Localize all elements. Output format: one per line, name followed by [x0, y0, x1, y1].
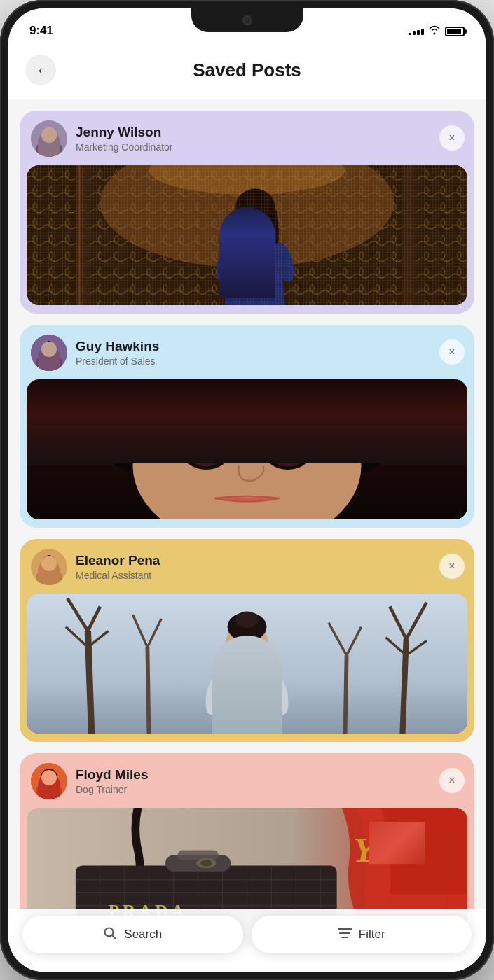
svg-point-2 [42, 127, 56, 142]
user-name-eleanor: Eleanor Pena [76, 553, 463, 569]
battery-icon [445, 27, 465, 36]
svg-rect-50 [242, 652, 252, 673]
posts-scroll-area[interactable]: Jenny Wilson Marketing Coordinator × [8, 99, 486, 969]
svg-point-6 [100, 165, 394, 268]
search-label: Search [124, 927, 162, 941]
svg-point-15 [259, 219, 263, 225]
wifi-icon [428, 25, 441, 38]
phone-frame: 9:41 [0, 0, 494, 980]
svg-point-26 [270, 440, 306, 466]
notch [191, 8, 303, 32]
svg-point-28 [280, 444, 296, 463]
user-role-guy: President of Sales [76, 356, 463, 367]
avatar-guy [31, 335, 67, 371]
phone-screen: 9:41 [8, 8, 486, 972]
user-info-jenny: Jenny Wilson Marketing Coordinator [76, 125, 463, 153]
svg-rect-7 [76, 165, 90, 305]
user-name-floyd: Floyd Miles [76, 767, 463, 783]
svg-rect-17 [31, 335, 67, 371]
bottom-bar: Search Filter [8, 909, 486, 972]
filter-icon [338, 927, 352, 942]
close-button-eleanor[interactable]: × [439, 554, 465, 579]
svg-point-55 [221, 649, 231, 659]
svg-rect-32 [36, 573, 62, 585]
svg-line-44 [147, 648, 149, 734]
user-role-eleanor: Medical Assistant [76, 570, 463, 581]
user-info-guy: Guy Hawkins President of Sales [76, 339, 463, 368]
svg-rect-9 [402, 165, 417, 305]
svg-point-86 [200, 860, 212, 866]
search-button[interactable]: Search [22, 916, 243, 953]
back-chevron-icon: ‹ [39, 64, 43, 76]
svg-point-12 [235, 189, 275, 225]
svg-line-47 [345, 655, 346, 734]
camera-dot [242, 15, 252, 25]
user-role-jenny: Marketing Coordinator [76, 141, 463, 153]
close-button-guy[interactable]: × [439, 340, 465, 365]
filter-label: Filter [359, 927, 385, 941]
svg-point-54 [223, 645, 229, 652]
svg-rect-8 [78, 165, 80, 305]
avatar-jenny [31, 120, 67, 157]
avatar-floyd [31, 763, 67, 799]
user-role-floyd: Dog Trainer [76, 784, 463, 795]
user-name-guy: Guy Hawkins [76, 339, 463, 355]
svg-point-57 [263, 649, 273, 659]
svg-point-27 [198, 444, 214, 463]
svg-rect-61 [31, 763, 67, 799]
user-info-floyd: Floyd Miles Dog Trainer [76, 767, 463, 796]
post-header-floyd: Floyd Miles Dog Trainer × [20, 753, 474, 808]
svg-rect-1 [31, 120, 67, 157]
svg-rect-4 [27, 165, 467, 305]
post-header-eleanor: Eleanor Pena Medical Assistant × [20, 539, 474, 594]
post-image-eleanor [27, 594, 467, 734]
status-time: 9:41 [29, 24, 53, 38]
svg-point-53 [235, 611, 259, 627]
post-image-jenny [27, 165, 467, 305]
back-button[interactable]: ‹ [25, 55, 56, 85]
user-name-jenny: Jenny Wilson [76, 125, 463, 141]
svg-point-59 [251, 640, 256, 645]
svg-line-89 [112, 935, 116, 939]
svg-point-14 [247, 219, 252, 225]
svg-rect-3 [36, 144, 62, 157]
svg-point-56 [265, 645, 271, 652]
post-card-jenny: Jenny Wilson Marketing Coordinator × [20, 111, 474, 314]
svg-text:YSL: YSL [353, 830, 417, 869]
status-icons [409, 25, 465, 38]
svg-rect-63 [36, 787, 62, 799]
signal-bars-icon [409, 29, 424, 35]
svg-point-58 [238, 640, 243, 645]
post-header-jenny: Jenny Wilson Marketing Coordinator × [20, 111, 474, 165]
app-content: ‹ Saved Posts [8, 43, 486, 972]
close-button-floyd[interactable]: × [439, 768, 465, 793]
svg-point-31 [42, 555, 56, 570]
search-icon [103, 926, 117, 944]
avatar-eleanor [31, 549, 67, 585]
svg-rect-13 [250, 235, 260, 248]
svg-rect-30 [31, 549, 67, 585]
user-info-eleanor: Eleanor Pena Medical Assistant [76, 553, 463, 582]
svg-point-18 [42, 341, 56, 356]
page-header: ‹ Saved Posts [8, 43, 486, 99]
close-button-jenny[interactable]: × [439, 125, 465, 150]
post-header-guy: Guy Hawkins President of Sales × [20, 325, 474, 379]
svg-point-62 [42, 769, 56, 785]
svg-point-11 [238, 197, 273, 240]
svg-point-25 [188, 440, 224, 466]
svg-rect-19 [36, 358, 62, 371]
page-title: Saved Posts [56, 59, 438, 81]
svg-rect-82 [177, 850, 218, 860]
post-image-guy [27, 379, 467, 519]
post-card-guy: Guy Hawkins President of Sales × [20, 325, 474, 528]
post-card-eleanor: Eleanor Pena Medical Assistant × [20, 539, 474, 742]
svg-rect-5 [27, 165, 467, 305]
svg-point-10 [149, 165, 345, 195]
filter-button[interactable]: Filter [252, 916, 472, 953]
